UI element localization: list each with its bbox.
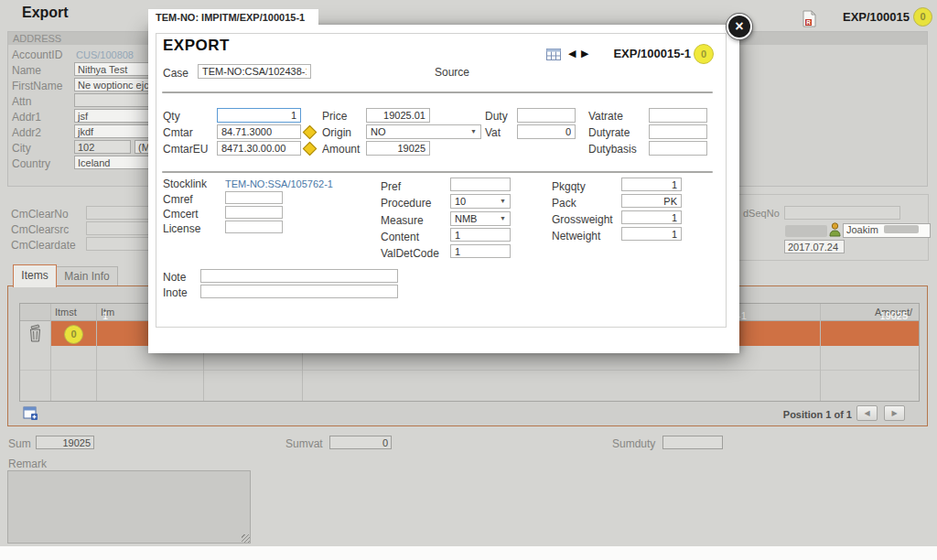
next-record-icon[interactable]: ▶	[581, 48, 588, 59]
dutybasis-field[interactable]	[649, 141, 707, 156]
cmtareu-field[interactable]	[217, 141, 301, 156]
close-icon[interactable]: ×	[727, 14, 752, 39]
inote-field[interactable]	[200, 285, 398, 298]
sumduty-field[interactable]	[662, 436, 723, 449]
modal-title: EXPORT	[163, 37, 230, 55]
export-item-modal: TEM-NO: IMPITM/EXP/100015-1 EXPORT ◀ ▶ E…	[148, 9, 739, 353]
date-field[interactable]	[784, 240, 845, 253]
row-itm-value: 1	[102, 310, 108, 321]
export-page: Export R EXP/100015 0 ADDRESS AccountID …	[0, 0, 937, 560]
row-separator	[20, 370, 919, 371]
prev-page-button[interactable]: ◀	[856, 405, 878, 421]
cmtareu-label: CmtarEU	[163, 143, 208, 156]
content-field[interactable]	[450, 228, 511, 242]
remark-textarea[interactable]	[7, 470, 251, 544]
user-name-field[interactable]: Joakim	[843, 223, 931, 238]
valdetcode-field[interactable]	[450, 244, 511, 258]
cmref-field[interactable]	[225, 191, 283, 204]
accountid-link[interactable]: CUS/100808	[76, 49, 134, 60]
note-field[interactable]	[200, 269, 398, 283]
pkgqty-label: Pkgqty	[552, 180, 586, 193]
modal-count-badge: 0	[694, 44, 714, 64]
sumduty-label: Sumduty	[612, 437, 655, 450]
measure-value: NMB	[455, 213, 477, 224]
delete-row-icon[interactable]	[27, 324, 43, 346]
procedure-value: 10	[455, 196, 466, 207]
document-reference: EXP/100015	[811, 10, 910, 24]
amount-label: Amount	[322, 143, 360, 156]
license-label: License	[163, 222, 200, 235]
measure-label: Measure	[381, 214, 424, 227]
cmtar-field[interactable]	[217, 124, 301, 139]
content-label: Content	[381, 231, 419, 243]
city-field[interactable]	[74, 140, 131, 154]
accountid-label: AccountID	[12, 48, 62, 61]
pack-field[interactable]	[621, 194, 682, 208]
add-item-icon[interactable]	[23, 406, 38, 425]
firstname-label: FirstName	[12, 80, 62, 92]
redacted-name	[884, 225, 919, 233]
stocklink-label: Stocklink	[163, 178, 207, 190]
origin-select[interactable]: NO ▼	[366, 124, 481, 139]
vatrate-label: Vatrate	[588, 110, 623, 123]
dutyrate-field[interactable]	[649, 124, 707, 139]
page-title: Export	[22, 5, 69, 21]
modal-window-title-tab: TEM-NO: IMPITM/EXP/100015-1	[148, 9, 318, 26]
pref-field[interactable]	[450, 178, 511, 191]
cmclearno-label: CmClearNo	[11, 208, 69, 221]
qty-field[interactable]	[217, 108, 301, 123]
list-view-icon[interactable]	[546, 48, 561, 64]
tab-items[interactable]: Items	[13, 264, 57, 287]
chevron-down-icon: ▼	[500, 198, 506, 204]
license-field[interactable]	[225, 221, 283, 233]
cmcert-field[interactable]	[225, 206, 283, 219]
procedure-label: Procedure	[381, 197, 431, 210]
user-name: Joakim	[846, 224, 878, 235]
next-page-button[interactable]: ▶	[884, 405, 905, 421]
amount-field[interactable]	[366, 141, 430, 156]
column-divider	[820, 304, 821, 401]
case-label: Case	[163, 67, 188, 80]
duty-field[interactable]	[517, 108, 576, 123]
duty-label: Duty	[485, 110, 508, 123]
case-field[interactable]	[198, 64, 311, 79]
column-divider	[50, 304, 51, 401]
resize-handle[interactable]	[242, 534, 250, 543]
city-label: City	[12, 142, 31, 155]
vatrate-field[interactable]	[649, 108, 707, 123]
prev-record-icon[interactable]: ◀	[568, 48, 576, 59]
modal-document-reference: EXP/100015-1	[597, 47, 691, 60]
origin-value: NO	[371, 126, 386, 137]
header-count-badge: 0	[913, 7, 932, 27]
separator	[162, 171, 713, 173]
sum-field[interactable]	[36, 436, 94, 449]
price-field[interactable]	[366, 108, 430, 123]
pack-label: Pack	[552, 197, 576, 210]
procedure-select[interactable]: 10 ▼	[450, 194, 511, 209]
row-status-badge: 0	[64, 325, 83, 344]
country-label: Country	[12, 157, 50, 170]
chevron-down-icon: ▼	[500, 215, 506, 221]
sum-label: Sum	[8, 437, 31, 450]
attn-label: Attn	[12, 95, 31, 108]
sumvat-field[interactable]	[329, 436, 392, 449]
stocklink-link[interactable]: TEM-NO:SSA/105762-1	[225, 178, 333, 189]
cmcert-label: Cmcert	[163, 208, 199, 221]
addr2-label: Addr2	[12, 126, 41, 139]
address-panel-title: ADDRESS	[13, 33, 61, 44]
valdetcode-label: ValDetCode	[381, 247, 439, 260]
name-label: Name	[12, 64, 41, 77]
netweight-field[interactable]	[621, 227, 682, 241]
pkgqty-field[interactable]	[621, 178, 682, 191]
seqno-field[interactable]	[784, 206, 900, 220]
redacted-value	[785, 225, 827, 237]
note-label: Note	[163, 271, 186, 284]
measure-select[interactable]: NMB ▼	[450, 211, 511, 226]
column-divider	[96, 304, 97, 401]
vat-field[interactable]	[517, 124, 576, 139]
cmtar-label: Cmtar	[163, 126, 193, 139]
cmref-label: Cmref	[163, 193, 193, 206]
cmclearsrc-label: CmClearsrc	[11, 223, 69, 236]
grossweight-field[interactable]	[621, 210, 682, 224]
vat-label: Vat	[485, 126, 501, 139]
